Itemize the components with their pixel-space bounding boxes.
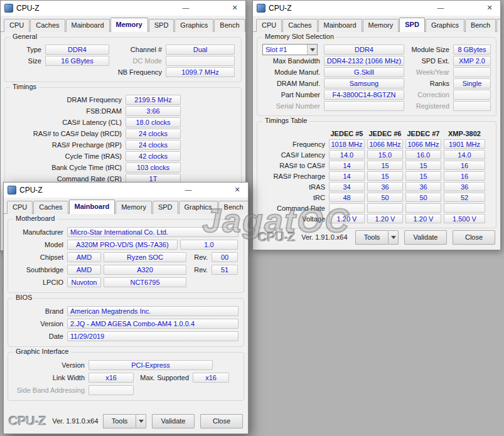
dc-mode-value [166,56,235,66]
slot-selector[interactable]: Slot #1 [262,44,318,55]
row-type-channel: Type DDR4 Channel # Dual [10,44,236,55]
southbridge-value: A320 [104,265,186,275]
titlebar-close-button[interactable]: ✕ [227,183,248,198]
week-year-label: Week/Year [404,68,453,76]
row-bios-brand: Brand American Megatrends Inc. [13,305,239,317]
tab-memory[interactable]: Memory [110,18,148,32]
channel-value: Dual [166,45,235,55]
ranks-label: Ranks [404,80,453,87]
tab-caches[interactable]: Caches [30,19,65,32]
timings-section-title: Timings [10,83,39,90]
model-version-value: 1.0 [180,240,238,250]
bios-version-label: Version [13,320,67,327]
tab-memory[interactable]: Memory [363,19,399,32]
row-nb-frequency: NB Frequency 1099.7 MHz [10,66,236,78]
cell: 16 [444,161,485,170]
cell: 15 [367,161,403,170]
timing-row: RAS# to CAS# Delay (tRCD) 24 clocks [10,128,236,139]
tab-caches[interactable]: Caches [282,19,317,32]
cpuz-logo: CPU-Z [9,413,46,428]
tab-memory[interactable]: Memory [115,201,152,214]
titlebar-close-button[interactable]: ✕ [224,1,245,16]
timing-label: FSB:DRAM [10,107,126,115]
tools-button[interactable]: Tools [355,230,399,245]
table-header-row: JEDEC #5 JEDEC #6 JEDEC #7 XMP-3802 [262,128,491,139]
row-lpcio: LPCIO Nuvoton NCT6795 [13,276,239,289]
minimize-button[interactable]: — [178,183,199,198]
table-row: tRC 48 50 50 52 [262,192,491,203]
close-button[interactable]: Close [200,414,243,428]
tab-mainboard[interactable]: Mainboard [69,199,115,214]
manufacturer-label: Manufacturer [13,228,67,236]
row-chipset: Chipset AMD Ryzen SOC Rev. 00 [13,251,239,263]
tab-about[interactable]: About [496,19,501,32]
tab-cpu[interactable]: CPU [4,19,29,32]
minimize-button[interactable]: — [175,1,196,16]
cell: 52 [444,193,485,202]
timing-value: 2199.5 MHz [126,95,181,105]
app-icon [257,4,265,13]
tab-caches[interactable]: Caches [33,201,68,214]
titlebar: CPU-Z — ✕ [4,183,248,198]
row-label: Voltage [262,215,329,223]
validate-button[interactable]: Validate [152,414,195,428]
tools-button-label[interactable]: Tools [355,230,388,245]
cell: 1066 MHz [367,139,403,149]
row-label: Frequency [262,141,329,148]
lpcio-label: LPCIO [13,279,67,286]
validate-button[interactable]: Validate [404,230,447,245]
tab-graphics[interactable]: Graphics [174,19,213,32]
correction-value [453,90,491,100]
table-row: CAS# Latency 14.0 15.0 16.0 14.0 [262,149,491,160]
tab-cpu[interactable]: CPU [7,201,33,214]
model-label: Model [13,241,67,248]
registered-value [453,101,491,111]
tab-cpu[interactable]: CPU [256,19,282,32]
tab-bench[interactable]: Bench [214,19,245,32]
chipset-rev-value: 00 [212,252,238,262]
timing-row: FSB:DRAM 3:66 [10,105,236,117]
tools-button[interactable]: Tools [103,414,146,428]
dram-manuf-label: DRAM Manuf. [262,80,324,87]
tab-mainboard[interactable]: Mainboard [318,19,362,32]
row-size-dcmode: Size 16 GBytes DC Mode [10,55,236,66]
tab-spd[interactable]: SPD [399,18,425,32]
cell: 36 [444,182,485,191]
timing-label: Cycle Time (tRAS) [10,152,126,160]
tools-button-label[interactable]: Tools [103,414,136,428]
max-bandwidth-label: Max Bandwidth [262,57,324,65]
cell: 36 [367,182,403,191]
chevron-down-icon[interactable] [388,230,399,245]
tab-graphics[interactable]: Graphics [179,201,218,214]
row-slot: Slot #1 DDR4 Module Size 8 GBytes [262,44,491,55]
max-bandwidth-value: DDR4-2132 (1066 MHz) [324,56,404,66]
tab-spd[interactable]: SPD [153,201,178,214]
southbridge-label: Southbridge [13,266,67,274]
titlebar-close-button[interactable]: ✕ [479,1,500,16]
bios-brand-label: Brand [13,307,67,315]
table-row: Voltage 1.20 V 1.20 V 1.20 V 1.500 V [262,213,491,224]
version-text: Ver. 1.91.0.x64 [301,233,347,241]
desktop: CPU-Z — ✕ CPU Caches Mainboard Memory SP… [0,0,504,436]
window-title: CPU-Z [16,4,175,13]
tab-graphics[interactable]: Graphics [426,19,464,32]
close-button[interactable]: Close [453,230,495,245]
module-manuf-value: G.Skill [324,67,404,77]
chevron-down-icon[interactable] [136,414,146,428]
slot-selector-value: Slot #1 [263,46,307,53]
chevron-down-icon[interactable] [307,45,317,55]
row-label: RAS# Precharge [262,173,329,180]
minimize-button[interactable]: — [430,1,451,16]
southbridge-rev-label: Rev. [186,266,212,274]
app-icon [8,186,16,194]
gi-version-value: PCI-Express [88,360,213,370]
link-width-label: Link Width [13,374,88,381]
titlebar-spacer [199,183,227,198]
tab-spd[interactable]: SPD [149,19,174,32]
tab-bench[interactable]: Bench [218,201,249,214]
cell: 14 [329,161,365,170]
cell: 34 [329,182,365,191]
tab-bench[interactable]: Bench [465,19,496,32]
tab-mainboard[interactable]: Mainboard [66,19,110,32]
cell: 1018 MHz [329,139,365,149]
